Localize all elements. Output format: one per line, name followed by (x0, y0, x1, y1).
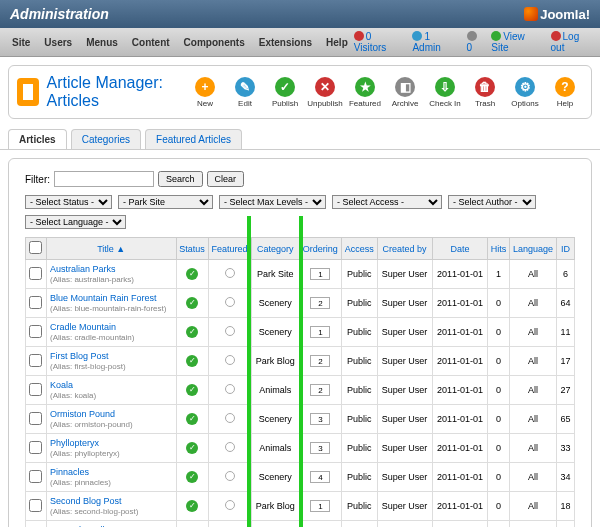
language-cell: All (509, 405, 556, 434)
article-title-link[interactable]: Ormiston Pound (50, 409, 115, 419)
date-cell: 2011-01-01 (432, 260, 488, 289)
help-button[interactable]: ?Help (547, 77, 583, 108)
ordering-input[interactable]: 1 (310, 326, 330, 338)
check-in-button[interactable]: ⇩Check In (427, 77, 463, 108)
row-checkbox[interactable] (29, 354, 42, 367)
category-cell: Park Blog (251, 492, 299, 521)
featured-toggle[interactable] (225, 297, 235, 307)
status-published-icon[interactable]: ✓ (186, 471, 198, 483)
logout-link[interactable]: Log out (551, 31, 594, 53)
status-published-icon[interactable]: ✓ (186, 384, 198, 396)
featured-toggle[interactable] (225, 268, 235, 278)
menu-menus[interactable]: Menus (80, 34, 124, 51)
date-cell: 2011-01-01 (432, 289, 488, 318)
author-select[interactable]: - Select Author - (448, 195, 536, 209)
col-hits[interactable]: Hits (488, 238, 510, 260)
menu-extensions[interactable]: Extensions (253, 34, 318, 51)
col-id[interactable]: ID (557, 238, 575, 260)
menu-components[interactable]: Components (178, 34, 251, 51)
row-checkbox[interactable] (29, 296, 42, 309)
ordering-input[interactable]: 3 (310, 442, 330, 454)
row-checkbox[interactable] (29, 441, 42, 454)
ordering-input[interactable]: 1 (310, 268, 330, 280)
clear-button[interactable]: Clear (207, 171, 245, 187)
ordering-input[interactable]: 1 (310, 500, 330, 512)
status-published-icon[interactable]: ✓ (186, 297, 198, 309)
select-all-checkbox[interactable] (29, 241, 42, 254)
status-published-icon[interactable]: ✓ (186, 355, 198, 367)
featured-toggle[interactable] (225, 413, 235, 423)
language-cell: All (509, 521, 556, 528)
visitors-link[interactable]: 0 Visitors (354, 31, 405, 53)
col-category[interactable]: Category (251, 238, 299, 260)
col-featured[interactable]: Featured (208, 238, 251, 260)
col-status[interactable]: Status (176, 238, 208, 260)
new-button[interactable]: +New (187, 77, 223, 108)
table-row: Koala(Alias: koala)✓Animals2PublicSuper … (26, 376, 575, 405)
col-ordering[interactable]: Ordering (299, 238, 341, 260)
options-button[interactable]: ⚙Options (507, 77, 543, 108)
article-title-link[interactable]: Phyllopteryx (50, 438, 99, 448)
row-checkbox[interactable] (29, 470, 42, 483)
tab-categories[interactable]: Categories (71, 129, 141, 149)
ordering-input[interactable]: 4 (310, 471, 330, 483)
article-alias: (Alias: ormiston-pound) (50, 420, 133, 429)
featured-toggle[interactable] (225, 442, 235, 452)
trash-button[interactable]: 🗑Trash (467, 77, 503, 108)
admin-link[interactable]: 1 Admin (412, 31, 458, 53)
status-published-icon[interactable]: ✓ (186, 413, 198, 425)
article-title-link[interactable]: Koala (50, 380, 73, 390)
featured-toggle[interactable] (225, 384, 235, 394)
menu-users[interactable]: Users (38, 34, 78, 51)
status-published-icon[interactable]: ✓ (186, 442, 198, 454)
article-title-link[interactable]: Australian Parks (50, 264, 116, 274)
category-select[interactable]: - Park Site (118, 195, 213, 209)
status-published-icon[interactable]: ✓ (186, 500, 198, 512)
menu-content[interactable]: Content (126, 34, 176, 51)
publish-button[interactable]: ✓Publish (267, 77, 303, 108)
article-title-link[interactable]: First Blog Post (50, 351, 109, 361)
featured-button[interactable]: ★Featured (347, 77, 383, 108)
featured-toggle[interactable] (225, 355, 235, 365)
col-created[interactable]: Created by (377, 238, 432, 260)
featured-toggle[interactable] (225, 326, 235, 336)
ordering-input[interactable]: 2 (310, 355, 330, 367)
row-checkbox[interactable] (29, 325, 42, 338)
col-language[interactable]: Language (509, 238, 556, 260)
article-title-link[interactable]: Pinnacles (50, 467, 89, 477)
row-checkbox[interactable] (29, 412, 42, 425)
col-title[interactable]: Title ▲ (46, 238, 176, 260)
article-title-link[interactable]: Second Blog Post (50, 496, 122, 506)
ordering-input[interactable]: 3 (310, 413, 330, 425)
status-published-icon[interactable]: ✓ (186, 268, 198, 280)
tab-articles[interactable]: Articles (8, 129, 67, 149)
menu-site[interactable]: Site (6, 34, 36, 51)
edit-button[interactable]: ✎Edit (227, 77, 263, 108)
access-select[interactable]: - Select Access - (332, 195, 442, 209)
language-select[interactable]: - Select Language - (25, 215, 126, 229)
unpublish-button[interactable]: ✕Unpublish (307, 77, 343, 108)
col-date[interactable]: Date (432, 238, 488, 260)
access-cell: Public (341, 405, 377, 434)
mail-link[interactable]: 0 (467, 31, 484, 53)
status-select[interactable]: - Select Status - (25, 195, 112, 209)
row-checkbox[interactable] (29, 383, 42, 396)
featured-toggle[interactable] (225, 471, 235, 481)
col-access[interactable]: Access (341, 238, 377, 260)
article-title-link[interactable]: Blue Mountain Rain Forest (50, 293, 157, 303)
row-checkbox[interactable] (29, 499, 42, 512)
status-published-icon[interactable]: ✓ (186, 326, 198, 338)
row-checkbox[interactable] (29, 267, 42, 280)
archive-button[interactable]: ◧Archive (387, 77, 423, 108)
ordering-input[interactable]: 2 (310, 297, 330, 309)
viewsite-link[interactable]: View Site (491, 31, 542, 53)
ordering-input[interactable]: 2 (310, 384, 330, 396)
article-title-link[interactable]: Cradle Mountain (50, 322, 116, 332)
search-button[interactable]: Search (158, 171, 203, 187)
tab-featured-articles[interactable]: Featured Articles (145, 129, 242, 149)
admin-header: Administration Joomla! (0, 0, 600, 28)
menu-help[interactable]: Help (320, 34, 354, 51)
levels-select[interactable]: - Select Max Levels - (219, 195, 326, 209)
filter-input[interactable] (54, 171, 154, 187)
featured-toggle[interactable] (225, 500, 235, 510)
